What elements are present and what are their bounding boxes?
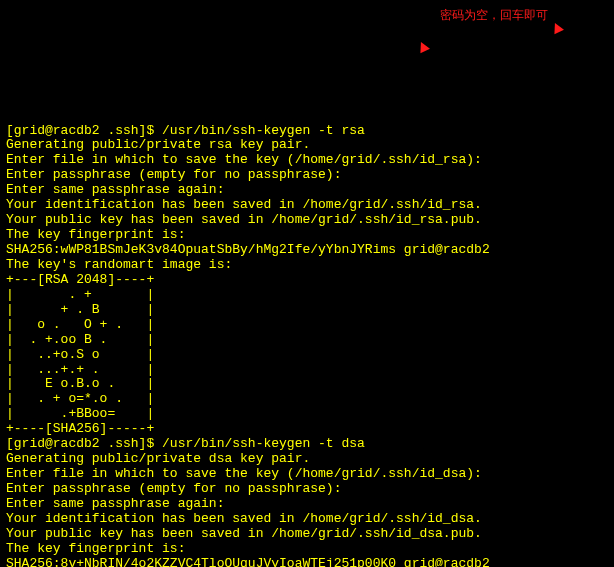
terminal-line: Your identification has been saved in /h… [6,512,608,527]
terminal-line: | . + | [6,288,608,303]
terminal-line: Enter file in which to save the key (/ho… [6,153,608,168]
terminal-line: | + . B | [6,303,608,318]
arrow-icon: ▲ [548,17,567,40]
terminal-line: Your public key has been saved in /home/… [6,527,608,542]
terminal-line: Generating public/private dsa key pair. [6,452,608,467]
terminal-line: +----[SHA256]-----+ [6,422,608,437]
terminal-line: Your public key has been saved in /home/… [6,213,608,228]
terminal-line: Enter same passphrase again: [6,183,608,198]
terminal-line: | ..+o.S o | [6,348,608,363]
terminal-line: +---[RSA 2048]----+ [6,273,608,288]
terminal-line: The key's randomart image is: [6,258,608,273]
terminal-line: | .+BBoo= | [6,407,608,422]
terminal-line: The key fingerprint is: [6,542,608,557]
annotation-text: 密码为空，回车即可 [440,9,548,23]
terminal-line: Your identification has been saved in /h… [6,198,608,213]
terminal-line: Generating public/private rsa key pair. [6,138,608,153]
terminal-line: Enter file in which to save the key (/ho… [6,467,608,482]
terminal-line: SHA256:8v+NbRIN/4o2KZZVC4TloOUquJVyIoaWT… [6,557,608,567]
terminal-line: | . + o=*.o . | [6,392,608,407]
terminal-line: Enter same passphrase again: [6,497,608,512]
terminal-line: SHA256:wWP81BSmJeK3v84OpuatSbBy/hMg2Ife/… [6,243,608,258]
terminal-line: Enter passphrase (empty for no passphras… [6,168,608,183]
terminal-line: | . +.oo B . | [6,333,608,348]
terminal-output[interactable]: [grid@racdb2 .ssh]$ /usr/bin/ssh-keygen … [6,124,608,568]
terminal-line: | E o.B.o . | [6,377,608,392]
terminal-line: [grid@racdb2 .ssh]$ /usr/bin/ssh-keygen … [6,124,608,139]
arrow-icon: ▲ [414,36,433,59]
terminal-line: The key fingerprint is: [6,228,608,243]
terminal-line: [grid@racdb2 .ssh]$ /usr/bin/ssh-keygen … [6,437,608,452]
terminal-line: Enter passphrase (empty for no passphras… [6,482,608,497]
terminal-line: | ...+.+ . | [6,363,608,378]
terminal-line: | o . O + . | [6,318,608,333]
